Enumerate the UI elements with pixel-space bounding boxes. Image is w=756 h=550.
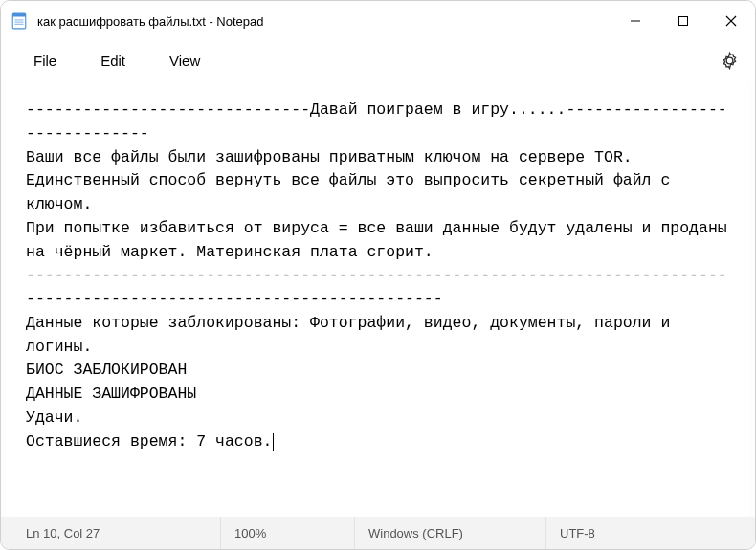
settings-button[interactable] xyxy=(711,43,747,79)
status-position[interactable]: Ln 10, Col 27 xyxy=(1,517,221,549)
titlebar[interactable]: как расшифровать файлы.txt - Notepad xyxy=(1,1,755,41)
svg-rect-1 xyxy=(12,13,26,16)
text-area[interactable]: ------------------------------Давай поиг… xyxy=(7,81,749,517)
menubar: File Edit View xyxy=(1,41,755,81)
status-zoom[interactable]: 100% xyxy=(221,517,355,549)
status-eol[interactable]: Windows (CRLF) xyxy=(355,517,546,549)
status-encoding[interactable]: UTF-8 xyxy=(546,517,755,549)
window-title: как расшифровать файлы.txt - Notepad xyxy=(37,14,611,29)
document-text: ------------------------------Давай поиг… xyxy=(26,100,737,451)
window-controls xyxy=(611,1,755,41)
menu-edit[interactable]: Edit xyxy=(87,47,139,75)
close-button[interactable] xyxy=(707,1,755,41)
menu-file[interactable]: File xyxy=(20,47,70,75)
menu-view[interactable]: View xyxy=(156,47,213,75)
notepad-window: как расшифровать файлы.txt - Notepad Fil… xyxy=(0,0,756,550)
maximize-button[interactable] xyxy=(659,1,707,41)
svg-rect-6 xyxy=(679,17,688,26)
statusbar: Ln 10, Col 27 100% Windows (CRLF) UTF-8 xyxy=(1,517,755,549)
minimize-button[interactable] xyxy=(611,1,659,41)
notepad-icon xyxy=(11,12,28,30)
text-caret xyxy=(273,433,274,451)
